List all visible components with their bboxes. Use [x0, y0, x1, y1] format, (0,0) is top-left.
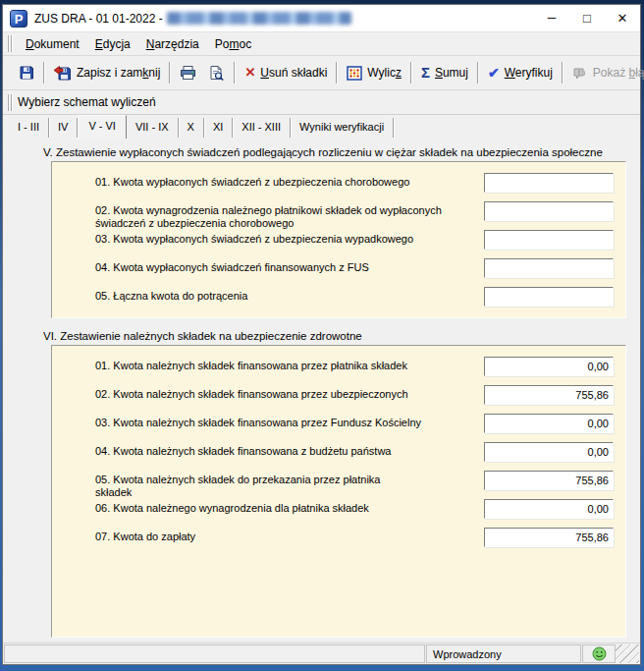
form-content: V. Zestawienie wypłaconych świadczeń pod…	[3, 139, 640, 643]
field-input-vi-05[interactable]	[484, 471, 614, 490]
field-input-v-01[interactable]	[484, 173, 614, 193]
field-input-v-02[interactable]	[484, 201, 614, 221]
field-input-v-05[interactable]	[484, 287, 614, 307]
calculate-button[interactable]: Wylicz	[341, 62, 407, 84]
verify-button[interactable]: ✔ Weryfikuj	[482, 61, 559, 84]
save-and-close-label: Zapisz i zamknij	[77, 66, 160, 80]
save-and-close-button[interactable]: Zapisz i zamknij	[48, 61, 166, 84]
section-vi-panel: 01. Kwota należnych składek finansowana …	[51, 345, 626, 638]
show-error-icon	[572, 65, 588, 81]
toolbar-separator	[169, 62, 171, 84]
title-bar[interactable]: P ZUS DRA - 01 01-2022 - – □ ✕	[3, 5, 640, 31]
print-preview-icon	[208, 65, 225, 81]
menu-pomoc[interactable]: Pomoc	[207, 34, 259, 54]
print-preview-button[interactable]	[202, 61, 231, 84]
form-row: 04. Kwota należnych składek finansowana …	[95, 442, 614, 462]
maximize-icon: □	[583, 11, 591, 26]
tab-i-iii[interactable]: I - III	[9, 118, 49, 138]
field-input-vi-03[interactable]	[484, 414, 614, 433]
toolbar-separator	[410, 62, 412, 84]
desktop-background: P ZUS DRA - 01 01-2022 - – □ ✕ Dokument …	[0, 0, 644, 671]
field-input-vi-06[interactable]	[484, 499, 614, 519]
form-row: 05. Łączna kwota do potrącenia	[95, 287, 614, 307]
toolbar-separator	[336, 62, 338, 84]
field-label: 03. Kwota należnych składek finansowana …	[95, 414, 447, 429]
delete-contributions-button[interactable]: ✕ Usuń składki	[239, 61, 333, 84]
print-button[interactable]	[174, 61, 202, 84]
form-row: 05. Kwota należnych składek do przekazan…	[95, 471, 614, 490]
form-row: 07. Kwota do zapłaty	[95, 528, 614, 547]
verify-label: Weryfikuj	[505, 66, 553, 80]
field-input-vi-07[interactable]	[484, 528, 614, 547]
tab-wyniki-weryfikacji[interactable]: Wyniki weryfikacji	[291, 118, 394, 138]
floppy-disk-icon	[19, 65, 34, 81]
schemat-label[interactable]: Wybierz schemat wyliczeń	[18, 95, 156, 109]
toolbar-separator	[43, 62, 45, 84]
save-and-close-icon	[54, 65, 72, 81]
status-smiley-panel	[582, 644, 616, 663]
status-bar: Wprowadzony	[3, 643, 640, 664]
toolbar-separator	[234, 62, 236, 84]
field-input-v-04[interactable]	[484, 258, 614, 278]
form-row: 02. Kwota należnych składek finansowana …	[95, 385, 614, 405]
minimize-button[interactable]: –	[534, 5, 569, 31]
form-row: 02. Kwota wynagrodzenia należnego płatni…	[95, 201, 614, 221]
toolbar: Zapisz i zamknij	[3, 55, 640, 89]
section-vi-title: VI. Zestawienie należnych składek na ube…	[43, 330, 624, 342]
form-row: 04. Kwota wypłaconych świadczeń finansow…	[95, 258, 614, 278]
platnik-app-icon: P	[10, 10, 27, 28]
sigma-icon: Σ	[421, 65, 430, 81]
field-input-vi-02[interactable]	[484, 385, 614, 405]
field-label: 05. Kwota należnych składek do przekazan…	[95, 471, 402, 499]
form-row: 01. Kwota należnych składek finansowana …	[95, 357, 614, 376]
zus-dra-window: P ZUS DRA - 01 01-2022 - – □ ✕ Dokument …	[2, 4, 641, 665]
status-state: Wprowadzony	[426, 644, 581, 663]
form-row: 03. Kwota wypłaconych świadczeń z ubezpi…	[95, 230, 614, 250]
printer-icon	[180, 65, 196, 81]
abacus-icon	[347, 66, 362, 81]
tab-v-vi[interactable]: V - VI	[78, 115, 127, 139]
toolbar-separator	[477, 62, 479, 84]
field-label: 07. Kwota do zapłaty	[95, 528, 447, 543]
schemat-bar: Wybierz schemat wyliczeń	[3, 89, 640, 115]
form-row: 06. Kwota należnego wynagrodzenia dla pł…	[95, 499, 614, 519]
tab-strip: I - III IV V - VI VII - IX X XI XII - XI…	[3, 115, 640, 139]
status-panel-left	[4, 644, 425, 663]
field-label: 01. Kwota należnych składek finansowana …	[95, 357, 447, 372]
resize-grip[interactable]	[616, 644, 639, 663]
show-error-label: Pokaż błąd	[593, 66, 644, 80]
sum-label: Sumuj	[435, 66, 468, 80]
tab-x[interactable]: X	[179, 118, 204, 138]
toolbar-separator	[562, 62, 564, 84]
menubar-grip[interactable]	[8, 35, 13, 52]
tab-iv[interactable]: IV	[49, 118, 78, 138]
menu-bar: Dokument Edycja Narzędzia Pomoc	[3, 31, 640, 55]
field-label: 05. Łączna kwota do potrącenia	[95, 287, 447, 303]
field-label: 04. Kwota wypłaconych świadczeń finansow…	[95, 258, 447, 274]
field-input-vi-01[interactable]	[484, 357, 614, 376]
field-input-vi-04[interactable]	[484, 442, 614, 462]
field-label: 03. Kwota wypłaconych świadczeń z ubezpi…	[95, 230, 447, 246]
close-button[interactable]: ✕	[605, 5, 640, 31]
checkmark-icon: ✔	[488, 65, 500, 81]
field-input-v-03[interactable]	[484, 230, 614, 250]
tab-xii-xiii[interactable]: XII - XIII	[233, 118, 291, 138]
maximize-button[interactable]: □	[569, 5, 605, 31]
schemat-grip[interactable]	[8, 94, 13, 111]
tab-vii-ix[interactable]: VII - IX	[127, 118, 179, 138]
delete-contributions-label: Usuń składki	[260, 66, 327, 80]
close-icon: ✕	[617, 11, 628, 26]
menu-narzedzia[interactable]: Narzędzia	[138, 34, 207, 54]
field-label: 04. Kwota należnych składek finansowana …	[95, 442, 447, 458]
section-v-title: V. Zestawienie wypłaconych świadczeń pod…	[43, 146, 624, 158]
sum-button[interactable]: Σ Sumuj	[415, 61, 474, 84]
field-label: 02. Kwota wynagrodzenia należnego płatni…	[95, 201, 447, 230]
menu-dokument[interactable]: Dokument	[18, 34, 87, 54]
minimize-icon: –	[548, 8, 556, 25]
tab-xi[interactable]: XI	[204, 118, 233, 138]
show-error-button[interactable]: Pokaż błąd	[566, 61, 644, 84]
field-label: 02. Kwota należnych składek finansowana …	[95, 385, 447, 401]
menu-edycja[interactable]: Edycja	[87, 34, 138, 54]
window-controls: – □ ✕	[534, 5, 640, 31]
save-button[interactable]	[13, 61, 40, 84]
